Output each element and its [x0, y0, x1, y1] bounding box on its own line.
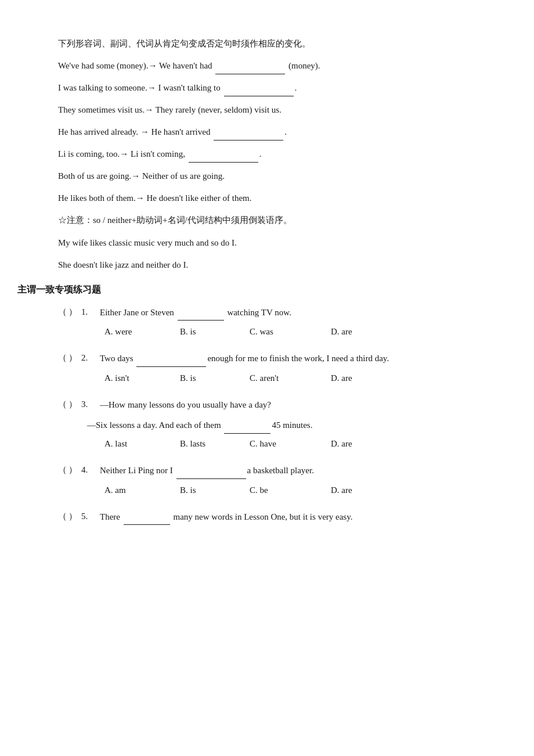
question-1-block: （ ） 1. Either Jane or Steven watching TV…: [58, 304, 488, 340]
q-text-2: Two days enough for me to finish the wor…: [100, 350, 488, 367]
option-1c: C. was: [250, 324, 331, 340]
options-row-3: A. last B. lasts C. have D. are: [104, 436, 488, 452]
paren-left-4: （: [58, 462, 66, 478]
q-num-2: 2.: [81, 350, 98, 366]
option-4a: A. am: [104, 483, 180, 498]
q-text-3: —How many lessons do you usually have a …: [100, 397, 488, 413]
paren-right-1: ）: [67, 304, 78, 320]
question-4-row: （ ） 4. Neither Li Ping nor I a basketbal…: [58, 462, 488, 479]
intro-line2: I was talking to someone.→ I wasn't talk…: [58, 79, 488, 96]
section-title: 主谓一致专项练习题: [17, 282, 488, 298]
option-1b: B. is: [180, 324, 250, 340]
q-text-4: Neither Li Ping nor I a basketball playe…: [100, 462, 488, 479]
option-3c: C. have: [250, 436, 331, 452]
question-3-row: （ ） 3. —How many lessons do you usually …: [58, 397, 488, 413]
intro-line6: Both of us are going.→ Neither of us are…: [58, 167, 488, 185]
question-4-block: （ ） 4. Neither Li Ping nor I a basketbal…: [58, 462, 488, 498]
paren-right-5: ）: [67, 509, 78, 524]
example2: She doesn't like jazz and neither do I.: [58, 256, 488, 273]
q-num-4: 4.: [81, 462, 98, 478]
intro-line5: Li is coming, too.→ Li isn't coming, .: [58, 145, 488, 163]
option-2c: C. aren't: [250, 370, 331, 386]
intro-line7: He likes both of them.→ He doesn't like …: [58, 189, 488, 207]
paren-left-5: （: [58, 509, 66, 524]
q-num-1: 1.: [81, 304, 98, 320]
paren-left-1: （: [58, 304, 66, 320]
paren-left-2: （: [58, 350, 66, 366]
options-row-2: A. isn't B. is C. aren't D. are: [104, 370, 488, 386]
option-1a: A. were: [104, 324, 180, 340]
intro-section: 下列形容词、副词、代词从肯定句变成否定句时须作相应的变化。 We've had …: [58, 35, 488, 273]
option-3a: A. last: [104, 436, 180, 452]
q-num-5: 5.: [81, 509, 98, 524]
q-text-5: There many new words in Lesson One, but …: [100, 509, 488, 525]
q-text-3-sub: —Six lessons a day. And each of them 45 …: [87, 416, 488, 434]
q-text-1: Either Jane or Steven watching TV now.: [100, 304, 488, 321]
example1: My wife likes classic music very much an…: [58, 234, 488, 251]
paren-right-2: ）: [67, 350, 78, 366]
option-4c: C. be: [250, 483, 331, 498]
option-2d: D. are: [331, 370, 389, 386]
options-row-4: A. am B. is C. be D. are: [104, 483, 488, 498]
option-3b: B. lasts: [180, 436, 250, 452]
option-2b: B. is: [180, 370, 250, 386]
question-5-row: （ ） 5. There many new words in Lesson On…: [58, 509, 488, 525]
intro-line4: He has arrived already. → He hasn't arri…: [58, 123, 488, 141]
question-1-row: （ ） 1. Either Jane or Steven watching TV…: [58, 304, 488, 321]
option-1d: D. are: [331, 324, 389, 340]
options-row-1: A. were B. is C. was D. are: [104, 324, 488, 340]
question-3-block: （ ） 3. —How many lessons do you usually …: [58, 397, 488, 452]
intro-line3: They sometimes visit us.→ They rarely (n…: [58, 101, 488, 118]
question-2-row: （ ） 2. Two days enough for me to finish …: [58, 350, 488, 367]
option-2a: A. isn't: [104, 370, 180, 386]
intro-line1: We've had some (money).→ We haven't had …: [58, 57, 488, 74]
paren-left-3: （: [58, 397, 66, 412]
option-4d: D. are: [331, 483, 389, 498]
paren-right-3: ）: [67, 397, 78, 412]
note-line: ☆注意：so / neither+助动词+名词/代词结构中须用倒装语序。: [58, 213, 488, 228]
star-icon: ☆: [58, 215, 67, 225]
question-2-block: （ ） 2. Two days enough for me to finish …: [58, 350, 488, 386]
option-4b: B. is: [180, 483, 250, 498]
q-num-3: 3.: [81, 397, 98, 412]
paren-right-4: ）: [67, 462, 78, 478]
intro-header: 下列形容词、副词、代词从肯定句变成否定句时须作相应的变化。: [58, 35, 488, 52]
option-3d: D. are: [331, 436, 389, 452]
question-5-block: （ ） 5. There many new words in Lesson On…: [58, 509, 488, 525]
